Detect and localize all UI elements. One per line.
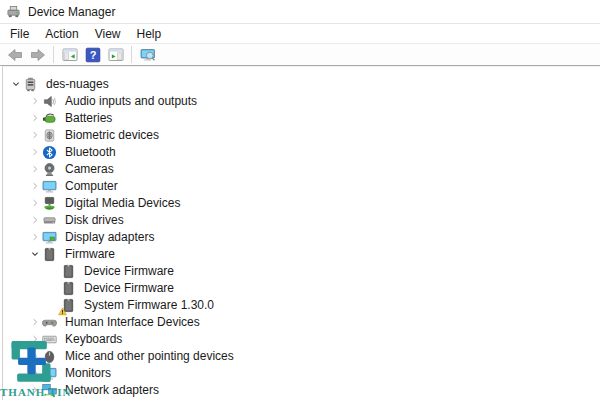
back-button[interactable] (3, 45, 26, 64)
toolbar-separator (131, 46, 132, 63)
battery-icon (42, 110, 58, 126)
tree-item-cameras[interactable]: Cameras (3, 160, 600, 177)
chevron-icon[interactable] (28, 162, 42, 176)
scan-for-hardware-changes-button[interactable] (136, 45, 159, 64)
title-bar: Device Manager (0, 0, 600, 24)
tree-item-biometric-devices[interactable]: Biometric devices (3, 126, 600, 143)
chevron-icon (47, 281, 61, 295)
chevron-icon[interactable] (28, 349, 42, 363)
firmware-chip-icon (61, 297, 77, 313)
menu-bar: File Action View Help (0, 24, 600, 44)
tree-item-label: Audio inputs and outputs (63, 94, 199, 108)
tree-item-human-interface-devices[interactable]: Human Interface Devices (3, 313, 600, 330)
tree-item-label: Biometric devices (63, 128, 161, 142)
tree-item-label: Mice and other pointing devices (63, 349, 236, 363)
scan-computer-icon (140, 47, 156, 63)
tree-item-disk-drives[interactable]: Disk drives (3, 211, 600, 228)
show-console-tree-button[interactable] (58, 45, 81, 64)
help-button[interactable]: ? (81, 45, 104, 64)
fingerprint-icon (42, 127, 58, 143)
warning-icon (58, 306, 67, 315)
forward-button[interactable] (26, 45, 49, 64)
tree-item-bluetooth[interactable]: Bluetooth (3, 143, 600, 160)
chevron-icon[interactable] (9, 77, 23, 91)
tree-item-audio-inputs-and-outputs[interactable]: Audio inputs and outputs (3, 92, 600, 109)
console-window-icon (62, 47, 78, 63)
tree-item-label: Batteries (63, 111, 114, 125)
back-arrow-icon (7, 47, 23, 63)
network-icon (42, 382, 58, 398)
tree-item-label: Disk drives (63, 213, 126, 227)
tree-item-label: Display adapters (63, 230, 156, 244)
tree-item-label: Device Firmware (82, 264, 176, 278)
chevron-icon[interactable] (28, 145, 42, 159)
chevron-icon[interactable] (28, 128, 42, 142)
tree-item-label: Digital Media Devices (63, 196, 182, 210)
chevron-icon[interactable] (28, 383, 42, 397)
display-adapter-icon (42, 229, 58, 245)
tree-item-digital-media-devices[interactable]: Digital Media Devices (3, 194, 600, 211)
tree-item-label: Keyboards (63, 332, 124, 346)
toolbar: ? (0, 44, 600, 66)
chevron-icon[interactable] (28, 315, 42, 329)
camera-icon (42, 161, 58, 177)
tree-item-batteries[interactable]: Batteries (3, 109, 600, 126)
tree-item-label: Human Interface Devices (63, 315, 202, 329)
tree-item-label: des-nuages (44, 77, 111, 91)
firmware-chip-icon (42, 246, 58, 262)
monitor-icon (42, 178, 58, 194)
menu-item-view[interactable]: View (87, 25, 129, 43)
chevron-icon[interactable] (28, 230, 42, 244)
menu-item-action[interactable]: Action (37, 25, 86, 43)
tree-item-computer[interactable]: Computer (3, 177, 600, 194)
chevron-icon[interactable] (28, 179, 42, 193)
device-tree: des-nuages Audio inputs and outputs Batt… (2, 66, 600, 400)
keyboard-icon (42, 331, 58, 347)
tree-item-device-firmware[interactable]: Device Firmware (3, 279, 600, 296)
tree-item-mice-and-other-pointing-devices[interactable]: Mice and other pointing devices (3, 347, 600, 364)
menu-item-help[interactable]: Help (129, 25, 170, 43)
tree-item-label: System Firmware 1.30.0 (82, 298, 216, 312)
computer-root-icon (23, 76, 39, 92)
tree-item-network-adapters[interactable]: Network adapters (3, 381, 600, 398)
menu-item-file[interactable]: File (2, 25, 37, 43)
tree-item-device-firmware[interactable]: Device Firmware (3, 262, 600, 279)
firmware-chip-icon (61, 280, 77, 296)
help-icon: ? (85, 47, 101, 63)
tree-item-label: Device Firmware (82, 281, 176, 295)
chevron-icon[interactable] (28, 111, 42, 125)
tree-item-label: Bluetooth (63, 145, 118, 159)
tree-item-label: Computer (63, 179, 120, 193)
chevron-icon[interactable] (28, 247, 42, 261)
hid-icon (42, 314, 58, 330)
monitor-icon (42, 365, 58, 381)
tree-item-keyboards[interactable]: Keyboards (3, 330, 600, 347)
svg-text:?: ? (89, 49, 96, 61)
tree-item-system-firmware-1-30-0[interactable]: System Firmware 1.30.0 (3, 296, 600, 313)
tree-item-monitors[interactable]: Monitors (3, 364, 600, 381)
window-title: Device Manager (28, 5, 115, 19)
tree-item-label: Network adapters (63, 383, 161, 397)
chevron-icon[interactable] (28, 196, 42, 210)
bluetooth-icon (42, 144, 58, 160)
tree-item-firmware[interactable]: Firmware (3, 245, 600, 262)
mouse-icon (42, 348, 58, 364)
chevron-icon[interactable] (28, 366, 42, 380)
chevron-icon[interactable] (28, 213, 42, 227)
device-manager-icon (6, 4, 21, 19)
chevron-icon (47, 264, 61, 278)
chevron-icon[interactable] (28, 94, 42, 108)
show-action-pane-button[interactable] (104, 45, 127, 64)
tree-item-label: Cameras (63, 162, 116, 176)
toolbar-separator (53, 46, 54, 63)
chevron-icon[interactable] (28, 332, 42, 346)
tree-item-des-nuages[interactable]: des-nuages (3, 75, 600, 92)
disk-drive-icon (42, 212, 58, 228)
action-pane-window-icon (108, 47, 124, 63)
tree-item-display-adapters[interactable]: Display adapters (3, 228, 600, 245)
tree-item-label: Firmware (63, 247, 117, 261)
media-device-icon (42, 195, 58, 211)
firmware-chip-icon (61, 263, 77, 279)
forward-arrow-icon (30, 47, 46, 63)
tree-item-label: Monitors (63, 366, 113, 380)
